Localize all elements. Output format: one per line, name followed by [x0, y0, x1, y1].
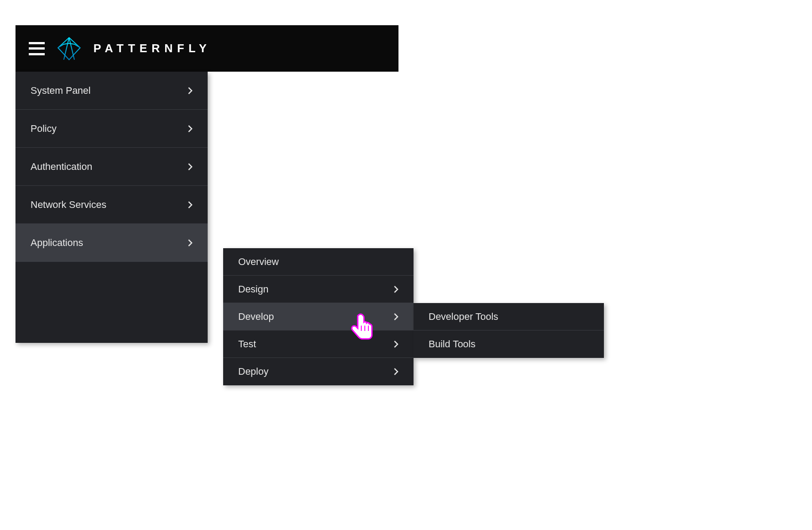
- nav-item-label: Applications: [31, 237, 83, 249]
- chevron-right-icon: [394, 341, 398, 348]
- nav-item-label: System Panel: [31, 85, 91, 96]
- submenu-develop: Developer Tools Build Tools: [414, 303, 604, 358]
- nav-item-label: Network Services: [31, 199, 106, 211]
- brand-name: PATTERNFLY: [93, 42, 211, 55]
- submenu-item-develop[interactable]: Develop: [223, 303, 414, 330]
- nav-item-policy[interactable]: Policy: [15, 110, 208, 148]
- chevron-right-icon: [188, 125, 193, 132]
- hamburger-menu-button[interactable]: [29, 42, 45, 55]
- nav-item-system-panel[interactable]: System Panel: [15, 72, 208, 110]
- chevron-right-icon: [394, 368, 398, 375]
- nav-item-label: Policy: [31, 123, 57, 134]
- submenu-item-label: Test: [238, 338, 256, 350]
- submenu-item-label: Develop: [238, 311, 274, 323]
- submenu-item-label: Build Tools: [429, 338, 476, 350]
- chevron-right-icon: [394, 313, 398, 320]
- submenu-item-overview[interactable]: Overview: [223, 248, 414, 276]
- nav-item-label: Authentication: [31, 161, 92, 173]
- chevron-right-icon: [188, 87, 193, 94]
- submenu-item-test[interactable]: Test: [223, 330, 414, 358]
- submenu-applications: Overview Design Develop Test Deploy: [223, 248, 414, 385]
- brand-logo-icon: [56, 35, 82, 62]
- submenu-item-deploy[interactable]: Deploy: [223, 358, 414, 385]
- submenu-item-developer-tools[interactable]: Developer Tools: [414, 303, 604, 330]
- submenu-item-label: Deploy: [238, 366, 268, 377]
- submenu-item-label: Overview: [238, 256, 279, 268]
- submenu-item-label: Design: [238, 284, 268, 295]
- chevron-right-icon: [188, 163, 193, 170]
- primary-nav-sidebar: System Panel Policy Authentication Netwo…: [15, 72, 208, 343]
- submenu-item-label: Developer Tools: [429, 311, 498, 323]
- chevron-right-icon: [188, 201, 193, 208]
- nav-item-network-services[interactable]: Network Services: [15, 186, 208, 224]
- chevron-right-icon: [394, 286, 398, 293]
- app-header: PATTERNFLY: [15, 25, 398, 72]
- nav-item-applications[interactable]: Applications: [15, 224, 208, 262]
- nav-item-authentication[interactable]: Authentication: [15, 148, 208, 186]
- chevron-right-icon: [188, 239, 193, 246]
- submenu-item-design[interactable]: Design: [223, 276, 414, 303]
- submenu-item-build-tools[interactable]: Build Tools: [414, 330, 604, 358]
